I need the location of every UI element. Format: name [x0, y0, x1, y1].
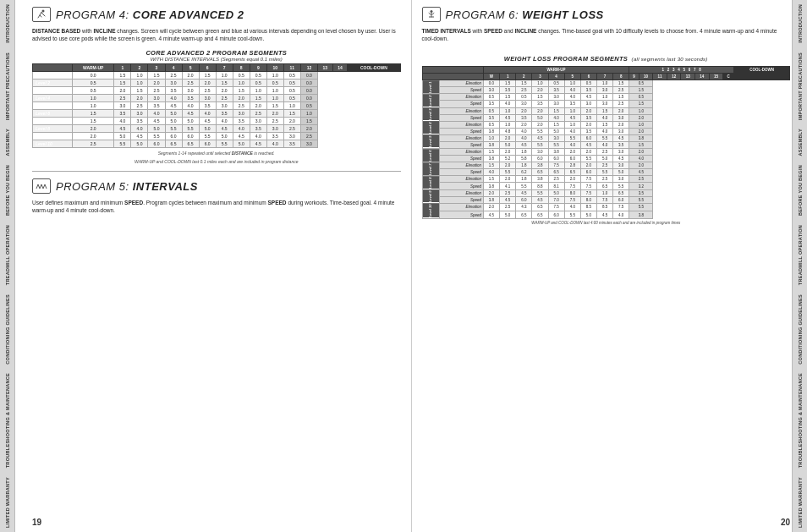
table-cell: 6.5 [532, 169, 548, 176]
table-cell: 1.5 [483, 176, 499, 183]
table-cell: 5.5 [548, 141, 564, 148]
table-cell: 2.5 [597, 176, 613, 183]
level-label: Level 5 [422, 134, 440, 148]
table-cell: 1.5 [72, 110, 113, 118]
table-cell: 3.8 [548, 149, 564, 156]
table-cell: 6.0 [182, 133, 199, 140]
sidebar-item-warranty-left[interactable]: LIMITED WARRANTY [4, 474, 11, 530]
table-cell: 4.5 [500, 196, 516, 203]
table-cell: 1.5 [500, 80, 516, 87]
table-cell: 1.0 [300, 110, 317, 118]
table-cell: 3.5 [613, 141, 629, 148]
sub-label: Elevation [440, 94, 484, 101]
sidebar-item-precautions-right[interactable]: IMPORTANT PRECAUTIONS [797, 50, 804, 123]
table-cell: 1.5 [131, 87, 148, 95]
table-cell: 4.5 [182, 110, 199, 118]
table-cell: 1.8 [516, 149, 532, 156]
table-cell: 3.0 [300, 140, 317, 148]
sidebar-item-warranty-right[interactable]: LIMITED WARRANTY [797, 474, 804, 530]
table-cell: 0.5 [72, 87, 113, 95]
table-row: Level 7Elevation1.52.01.83.87.52.82.02.5… [422, 162, 790, 169]
table-row: Level 7 [33, 118, 73, 125]
table-cell: 5.5 [500, 169, 516, 176]
sidebar-item-before-right[interactable]: BEFORE YOU BEGIN [797, 162, 804, 218]
table-cell: 3.0 [233, 110, 250, 118]
wl-header-segments: 1 2 3 4 5 6 7 8 [629, 67, 734, 74]
sidebar-item-operation-right[interactable]: TREADMILL OPERATION [797, 222, 804, 288]
sub-label: Speed [440, 211, 484, 218]
table-cell: 4.5 [516, 141, 532, 148]
table-cell: 0.0 [300, 95, 317, 102]
table-cell: 3.5 [580, 128, 596, 134]
table-cell: 3.5 [148, 102, 165, 110]
col-cool-down: COOL-DOWN [348, 64, 400, 72]
table-cell: 4.0 [597, 141, 613, 148]
table-cell: 5.0 [199, 125, 216, 133]
sidebar-item-before-left[interactable]: BEFORE YOU BEGIN [4, 162, 11, 218]
cool-down-cell: 2.0 [629, 149, 653, 156]
col-12: 12 [300, 64, 317, 72]
table-cell: 4.0 [250, 133, 266, 140]
level-label: Level 3 [422, 107, 440, 121]
table-cell: 1.5 [532, 94, 548, 101]
table-cell: 1.5 [250, 95, 266, 102]
table-row: Level 2 [33, 80, 73, 87]
table-cell: 3.5 [216, 110, 233, 118]
table-cell: 2.5 [266, 118, 283, 125]
table-cell: 1.0 [131, 72, 148, 80]
table-cell: 2.0 [580, 121, 596, 128]
table-row: Speed3.84.15.58.88.17.57.56.55.53.2 [422, 183, 790, 189]
wl-col-4: 4 [548, 74, 564, 80]
wl-col-2: 2 [516, 74, 532, 80]
table-cell: 0.5 [283, 95, 300, 102]
sub-label: Elevation [440, 121, 484, 128]
table-cell: 2.0 [580, 149, 596, 156]
table-cell: 1.0 [564, 107, 580, 114]
table-cell: 2.0 [300, 125, 317, 133]
sidebar-item-conditioning-left[interactable]: CONDITIONING GUIDELINES [4, 292, 11, 367]
table-cell: 3.8 [483, 141, 499, 148]
table-row: Speed4.05.56.26.56.56.56.05.55.04.5 [422, 169, 790, 176]
table-row: Level 10 [33, 140, 73, 148]
sidebar-item-troubleshooting-right[interactable]: TROUBLESHOOTING & MAINTENANCE [797, 370, 804, 470]
table-cell: 3.5 [131, 118, 148, 125]
table-cell: 4.0 [564, 87, 580, 94]
sidebar-item-precautions-left[interactable]: IMPORTANT PRECAUTIONS [4, 50, 11, 123]
wl-col-warm: W [483, 74, 499, 80]
sub-label: Elevation [440, 162, 484, 169]
table-cell: 4.0 [564, 141, 580, 148]
program5-icon [32, 178, 51, 194]
level-label: Level 1 [422, 80, 440, 94]
sidebar-item-troubleshooting-left[interactable]: TROUBLESHOOTING & MAINTENANCE [4, 370, 11, 470]
cool-down-cell: 3.8 [629, 211, 653, 218]
table-cell: 2.5 [114, 95, 131, 102]
table-cell: 7.5 [613, 203, 629, 211]
table-cell: 3.5 [283, 140, 300, 148]
table-cell: 1.5 [114, 80, 131, 87]
table-cell: 2.5 [548, 176, 564, 183]
table-cell: 0.0 [72, 72, 113, 80]
table-cell: 4.0 [597, 128, 613, 134]
sidebar-item-introduction-right[interactable]: INTRODUCTION [797, 2, 804, 46]
table-cell: 4.5 [532, 134, 548, 141]
wl-subheader-label [422, 74, 483, 80]
table-row: Level 4Elevation0.51.02.02.01.51.02.01.5… [422, 121, 790, 128]
svg-point-0 [42, 10, 45, 13]
table-cell: 5.5 [597, 134, 613, 141]
table-cell: 4.5 [216, 125, 233, 133]
table-cell: 3.5 [548, 87, 564, 94]
table-cell: 4.0 [483, 169, 499, 176]
sidebar-item-assembly-right[interactable]: ASSEMBLY [797, 126, 804, 158]
level-label: Level 4 [422, 121, 440, 134]
sidebar-item-introduction-left[interactable]: INTRODUCTION [4, 2, 11, 46]
sidebar-item-conditioning-right[interactable]: CONDITIONING GUIDELINES [797, 292, 804, 367]
table-cell: 0.5 [483, 107, 499, 114]
program6-description: TIMED INTERVALS with SPEED and INCLINE c… [422, 27, 791, 42]
sidebar-item-operation-left[interactable]: TREADMILL OPERATION [4, 222, 11, 288]
table-cell: 1.5 [233, 87, 250, 95]
table-cell: 6.5 [613, 189, 629, 196]
sidebar-item-assembly-left[interactable]: ASSEMBLY [4, 126, 11, 158]
table-cell: 1.0 [266, 87, 283, 95]
table-row: Level 10Elevation2.02.54.36.57.54.08.58.… [422, 203, 790, 211]
table-cell: 1.0 [233, 80, 250, 87]
